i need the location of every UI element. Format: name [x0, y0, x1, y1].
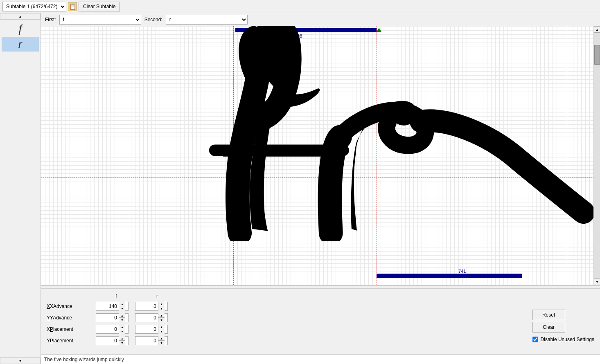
- xplacement-r-down[interactable]: ▼: [158, 329, 165, 334]
- yadvance-label: YYAdvance: [47, 315, 96, 321]
- canvas-hscroll: ◄ ►: [41, 285, 600, 285]
- xadvance-r-spinbox-buttons: ▲ ▼: [158, 302, 165, 311]
- xadvance-label: XXAdvance: [47, 303, 96, 309]
- hscroll-left-button[interactable]: ◄: [41, 285, 47, 286]
- yplacement-r-up[interactable]: ▲: [158, 336, 165, 341]
- vscroll-down-button[interactable]: ▼: [594, 279, 600, 285]
- yplacement-f-down[interactable]: ▼: [119, 341, 125, 345]
- form-headers: f r: [96, 293, 594, 299]
- yplacement-f-up[interactable]: ▲: [119, 336, 125, 341]
- disable-unused-checkbox[interactable]: [532, 337, 538, 342]
- form-panel: f r XXAdvance ▲ ▼: [41, 289, 600, 354]
- col-header-f: f: [96, 293, 137, 299]
- xadvance-r-input[interactable]: [135, 302, 158, 310]
- xadvance-row: XXAdvance ▲ ▼ ▲: [47, 301, 524, 311]
- sidebar-scroll-up[interactable]: ▲: [0, 13, 41, 20]
- xplacement-f-up[interactable]: ▲: [119, 325, 125, 329]
- yplacement-f-input[interactable]: [96, 337, 119, 345]
- xadvance-f-up[interactable]: ▲: [119, 302, 125, 306]
- xadvance-r-spinbox[interactable]: ▲ ▼: [135, 302, 168, 311]
- hscroll-track[interactable]: [47, 285, 593, 286]
- yadvance-r-spinbox-buttons: ▲ ▼: [158, 313, 165, 322]
- glyph-svg: [41, 26, 600, 241]
- yadvance-f-up[interactable]: ▲: [119, 313, 125, 318]
- toolbar: Subtable 1 (6472/6472) 📋 Clear Subtable: [0, 0, 600, 13]
- clear-button[interactable]: Clear: [532, 322, 565, 333]
- vscroll-track[interactable]: [594, 33, 600, 279]
- yplacement-r-spinbox-buttons: ▲ ▼: [158, 336, 165, 345]
- xplacement-f-spinbox-buttons: ▲ ▼: [119, 325, 125, 334]
- xadvance-f-input[interactable]: [96, 302, 119, 310]
- xplacement-row: XPlacement ▲ ▼ ▲: [47, 324, 524, 334]
- reset-button[interactable]: Reset: [532, 310, 565, 320]
- yplacement-r-down[interactable]: ▼: [158, 341, 165, 345]
- sidebar-glyph-f[interactable]: ƒ: [2, 21, 39, 36]
- yadvance-r-down[interactable]: ▼: [158, 318, 165, 322]
- yadvance-f-spinbox[interactable]: ▲ ▼: [96, 313, 129, 322]
- form-fields: XXAdvance ▲ ▼ ▲: [47, 301, 524, 347]
- yplacement-f-spinbox-buttons: ▲ ▼: [119, 336, 125, 345]
- xadvance-f-spinbox-buttons: ▲ ▼: [119, 302, 125, 311]
- xplacement-r-input[interactable]: [135, 325, 158, 333]
- canvas-area[interactable]: 598 741: [41, 26, 600, 285]
- hscroll-right-button[interactable]: ►: [593, 285, 600, 286]
- main-content: ▲ ƒ r ▼ First: f Second: r: [0, 13, 600, 364]
- xplacement-r-up[interactable]: ▲: [158, 325, 165, 329]
- xplacement-f-down[interactable]: ▼: [119, 329, 125, 334]
- xadvance-f-down[interactable]: ▼: [119, 306, 125, 311]
- yadvance-f-spinbox-buttons: ▲ ▼: [119, 313, 125, 322]
- disable-unused-label: Disable Unused Settings: [541, 337, 594, 342]
- second-select[interactable]: r: [166, 15, 248, 25]
- first-select[interactable]: f: [59, 15, 141, 25]
- separator-handle[interactable]: ......: [41, 285, 600, 289]
- canvas-container: 598 741: [41, 26, 600, 285]
- sidebar-scroll-down[interactable]: ▼: [0, 357, 41, 364]
- xplacement-label: XPlacement: [47, 326, 96, 332]
- sidebar-content: ƒ r: [0, 20, 41, 357]
- xplacement-r-spinbox-buttons: ▲ ▼: [158, 325, 165, 334]
- pair-selector: First: f Second: r: [41, 13, 600, 26]
- disable-unused-row: Disable Unused Settings: [532, 337, 594, 342]
- yadvance-f-input[interactable]: [96, 314, 119, 322]
- second-label: Second:: [144, 17, 162, 22]
- xadvance-f-spinbox[interactable]: ▲ ▼: [96, 302, 129, 311]
- blue-bar-bottom: [377, 274, 522, 278]
- yplacement-r-input[interactable]: [135, 337, 158, 345]
- subtable-select[interactable]: Subtable 1 (6472/6472): [2, 2, 66, 11]
- xadvance-r-up[interactable]: ▲: [158, 302, 165, 306]
- col-header-r: r: [137, 293, 178, 299]
- subtable-icon[interactable]: 📋: [68, 2, 77, 11]
- yadvance-r-input[interactable]: [135, 314, 158, 322]
- yadvance-r-spinbox[interactable]: ▲ ▼: [135, 313, 168, 322]
- sidebar: ▲ ƒ r ▼: [0, 13, 41, 364]
- yadvance-row: YYAdvance ▲ ▼ ▲: [47, 313, 524, 323]
- yadvance-f-down[interactable]: ▼: [119, 318, 125, 322]
- form-actions: Reset Clear Disable Unused Settings: [532, 301, 594, 342]
- right-panel: First: f Second: r 598 741: [41, 13, 600, 364]
- form-content: XXAdvance ▲ ▼ ▲: [47, 301, 594, 347]
- status-text: The five boxing wizards jump quickly: [44, 357, 124, 362]
- xplacement-f-input[interactable]: [96, 325, 119, 333]
- vscroll-up-button[interactable]: ▲: [594, 26, 600, 33]
- yplacement-r-spinbox[interactable]: ▲ ▼: [135, 336, 168, 345]
- yplacement-label: YPlacement: [47, 338, 96, 344]
- xadvance-r-down[interactable]: ▼: [158, 306, 165, 311]
- clear-subtable-button[interactable]: Clear Subtable: [79, 2, 120, 11]
- vscroll-thumb[interactable]: [594, 45, 600, 65]
- yplacement-row: YPlacement ▲ ▼ ▲: [47, 336, 524, 346]
- canvas-vscroll: ▲ ▼: [593, 26, 600, 285]
- yplacement-f-spinbox[interactable]: ▲ ▼: [96, 336, 129, 345]
- sidebar-glyph-r[interactable]: r: [2, 37, 39, 52]
- blue-bar-bottom-label: 741: [458, 269, 466, 274]
- status-bar: The five boxing wizards jump quickly: [41, 354, 600, 364]
- first-label: First:: [45, 17, 56, 22]
- yadvance-r-up[interactable]: ▲: [158, 313, 165, 318]
- xplacement-r-spinbox[interactable]: ▲ ▼: [135, 325, 168, 334]
- xplacement-f-spinbox[interactable]: ▲ ▼: [96, 325, 129, 334]
